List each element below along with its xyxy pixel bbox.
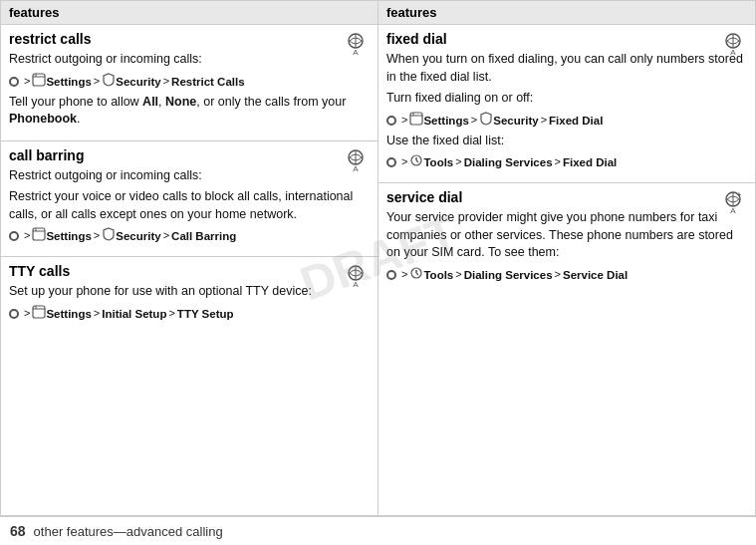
service-dial-icon: A + <box>719 189 747 217</box>
page-container: features A restrict calls <box>0 0 756 545</box>
dot-icon-4 <box>386 116 396 126</box>
tools-icon-1 <box>409 153 423 171</box>
arrow1: > <box>24 74 30 89</box>
settings-icon-1 <box>32 73 46 91</box>
dot-icon-3 <box>9 309 19 319</box>
restrict-calls-icon: A <box>342 31 370 59</box>
svg-line-26 <box>416 160 418 162</box>
call-barring-icon: A <box>342 147 370 175</box>
settings-icon-2 <box>32 227 46 245</box>
tty-para1: Set up your phone for use with an option… <box>9 283 370 301</box>
dot-icon-6 <box>386 270 396 280</box>
dot-icon <box>9 77 19 87</box>
call-barring-section: A call barring Restrict outgoing or inco… <box>1 141 378 258</box>
tools-icon-2 <box>409 266 423 284</box>
fixed-dial-title: fixed dial <box>386 31 747 47</box>
fixed-dial-para3: Use the fixed dial list: <box>386 133 747 150</box>
svg-rect-21 <box>410 113 422 125</box>
fixed-dial-body: When you turn on fixed dialing, you can … <box>386 51 747 171</box>
fixed-dial-section: A fixed dial When you turn on fixed dial… <box>378 25 755 183</box>
tty-nav1: > Settings > Initial Setup > TTY Setup <box>9 305 370 323</box>
footer-page-number: 68 <box>10 523 26 539</box>
security-icon-2 <box>102 227 116 245</box>
call-barring-nav1: > Settings > Security > Call <box>9 227 370 245</box>
service-dial-para1: Your service provider might give you pho… <box>386 209 747 262</box>
restrict-calls-title: restrict calls <box>9 31 370 47</box>
restrict-calls-section: A restrict calls Restrict outgoing or in… <box>1 25 378 141</box>
fixed-dial-icon: A <box>719 31 747 59</box>
right-col-header: features <box>378 1 755 25</box>
fixed-dial-para1: When you turn on fixed dialing, you can … <box>386 51 747 86</box>
svg-line-33 <box>416 273 418 275</box>
call-barring-body: Restrict outgoing or incoming calls: Res… <box>9 167 370 246</box>
right-column: features A fixed dial When <box>378 1 755 515</box>
fixed-dial-nav2: > Tools > Dialing Services > Fixed Dial <box>386 153 747 171</box>
settings-icon-3 <box>32 305 46 323</box>
fixed-dial-para2: Turn fixed dialing on or off: <box>386 90 747 108</box>
restrict-calls-nav1: > Settings > Security > Restr <box>9 73 370 91</box>
svg-rect-3 <box>33 74 45 86</box>
restrict-calls-body: Restrict outgoing or incoming calls: > S… <box>9 51 370 129</box>
footer-description: other features—advanced calling <box>34 524 223 539</box>
service-dial-body: Your service provider might give you pho… <box>386 209 747 284</box>
svg-text:A: A <box>730 206 736 215</box>
tty-calls-icon: A <box>342 263 370 291</box>
service-dial-nav1: > Tools > Dialing Services > Service Dia… <box>386 266 747 284</box>
dot-icon-5 <box>386 157 396 167</box>
fixed-dial-nav1: > Settings > Security > Fixed <box>386 112 747 130</box>
call-barring-para2: Restrict your voice or video calls to bl… <box>9 188 370 223</box>
restrict-calls-para1: Restrict outgoing or incoming calls: <box>9 51 370 69</box>
svg-text:A: A <box>730 48 736 57</box>
svg-rect-9 <box>33 228 45 240</box>
restrict-calls-para2: Tell your phone to allow All, None, or o… <box>9 94 370 129</box>
security-icon-1 <box>102 73 116 91</box>
tty-calls-body: Set up your phone for use with an option… <box>9 283 370 323</box>
footer: 68 other features—advanced calling <box>0 516 756 545</box>
svg-text:+: + <box>737 191 741 198</box>
content-area: features A restrict calls <box>0 0 756 516</box>
service-dial-section: A + service dial Your service provider m… <box>378 183 755 295</box>
security-icon-4 <box>479 112 493 130</box>
call-barring-para1: Restrict outgoing or incoming calls: <box>9 167 370 185</box>
left-col-header: features <box>1 1 378 25</box>
left-column: features A restrict calls <box>1 1 378 515</box>
svg-rect-15 <box>33 306 45 318</box>
content-wrapper: features A restrict calls <box>0 0 756 516</box>
svg-text:A: A <box>353 48 359 57</box>
settings-icon-4 <box>409 112 423 130</box>
tty-calls-section: A TTY calls Set up your phone for use wi… <box>1 257 378 334</box>
call-barring-title: call barring <box>9 147 370 163</box>
service-dial-title: service dial <box>386 189 747 205</box>
tty-calls-title: TTY calls <box>9 263 370 279</box>
svg-text:A: A <box>353 280 359 289</box>
svg-text:A: A <box>353 164 359 173</box>
dot-icon-2 <box>9 231 19 241</box>
